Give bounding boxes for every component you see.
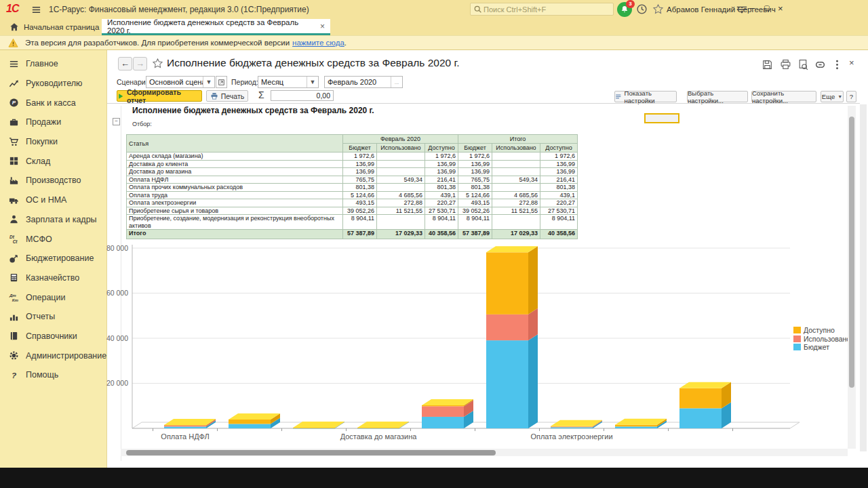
generate-report-button[interactable]: Сформировать отчет	[117, 90, 202, 102]
article-cell[interactable]: Оплата прочих коммунальных расходов	[127, 184, 343, 192]
more-menu-icon[interactable]	[831, 59, 843, 70]
table-cell[interactable]	[377, 184, 425, 192]
table-cell[interactable]: 220,27	[425, 199, 458, 207]
user-name[interactable]: Абрамов Геннадий Сергеевич	[667, 5, 776, 14]
table-cell[interactable]: 801,38	[343, 184, 377, 192]
tab-close-icon[interactable]: ×	[316, 22, 325, 31]
print-button[interactable]: Печать	[206, 90, 248, 102]
table-cell[interactable]: 801,38	[458, 184, 492, 192]
sidebar-item-hr[interactable]: Зарплата и кадры	[0, 210, 106, 230]
article-cell[interactable]: Аренда склада (магазина)	[127, 152, 343, 161]
scenario-combo[interactable]: Основной сценарий ▼	[146, 76, 215, 88]
tab-report[interactable]: Исполнение бюджета денежных средств за Ф…	[102, 19, 330, 35]
table-cell[interactable]: 39 052,26	[343, 207, 377, 215]
table-cell[interactable]: 17 029,33	[377, 230, 425, 239]
table-cell[interactable]	[492, 168, 540, 176]
table-cell[interactable]: 136,99	[343, 160, 377, 168]
table-cell[interactable]: 4 685,56	[492, 191, 540, 199]
sidebar-item-menu[interactable]: Главное	[0, 54, 106, 74]
table-row[interactable]: Оплата электроэнергии493,15272,88220,274…	[127, 199, 578, 207]
scenario-dropdown-icon[interactable]: ▼	[203, 77, 214, 87]
vertical-scrollbar-thumb[interactable]	[849, 117, 854, 388]
total-row[interactable]: Итого 57 387,89 17 029,33 40 358,56 57 3…	[127, 230, 578, 239]
table-cell[interactable]: 8 904,11	[343, 215, 377, 230]
table-row[interactable]: Оплата прочих коммунальных расходов801,3…	[127, 184, 578, 192]
table-cell[interactable]	[492, 215, 540, 230]
table-cell[interactable]: 220,27	[540, 199, 578, 207]
table-cell[interactable]: 549,34	[492, 176, 540, 184]
minimize-button[interactable]: –	[750, 3, 755, 13]
notifications-button[interactable]: 3	[617, 2, 632, 17]
table-row[interactable]: Доставка до магазина136,99136,99136,9913…	[127, 168, 578, 176]
table-row[interactable]: Приобретение, создание, модернизация и р…	[127, 215, 578, 230]
table-cell[interactable]: 40 358,56	[540, 230, 578, 239]
table-cell[interactable]: 136,99	[458, 168, 492, 176]
article-cell[interactable]: Оплата НДФЛ	[127, 176, 343, 184]
table-cell[interactable]: 216,41	[540, 176, 578, 184]
history-icon[interactable]	[636, 3, 648, 15]
sidebar-item-admin[interactable]: Администрирование	[0, 346, 106, 365]
chart-bar[interactable]	[679, 382, 731, 428]
table-row[interactable]: Оплата труда5 124,664 685,56439,15 124,6…	[127, 191, 578, 199]
buy-link[interactable]: нажмите сюда	[292, 39, 344, 47]
table-cell[interactable]: 1 972,6	[540, 152, 578, 161]
chart-bar[interactable]	[422, 399, 473, 428]
table-cell[interactable]: 136,99	[425, 168, 458, 176]
table-cell[interactable]: 40 358,56	[425, 230, 458, 239]
table-cell[interactable]	[377, 160, 425, 168]
form-close-icon[interactable]: ×	[849, 58, 854, 68]
chart-bar[interactable]	[357, 422, 409, 428]
selected-cell[interactable]	[644, 113, 679, 123]
chart-bar[interactable]	[551, 420, 602, 428]
table-cell[interactable]	[492, 184, 540, 192]
month-field[interactable]: Февраль 2020 ...	[324, 76, 403, 88]
subheader[interactable]: Доступно	[540, 144, 578, 152]
table-cell[interactable]: 1 972,6	[343, 152, 377, 161]
scenario-open-button[interactable]	[216, 76, 227, 88]
table-cell[interactable]: 57 387,89	[458, 230, 492, 239]
chart-bar[interactable]	[164, 419, 216, 428]
table-cell[interactable]: 1 972,6	[425, 152, 458, 161]
sidebar-item-sales[interactable]: Продажи	[0, 113, 106, 132]
article-cell[interactable]: Доставка до клиента	[127, 160, 343, 168]
table-cell[interactable]: 1 972,6	[458, 152, 492, 161]
table-cell[interactable]: 4 685,56	[377, 191, 425, 199]
total-label[interactable]: Итого	[127, 230, 343, 239]
table-cell[interactable]: 17 029,33	[492, 230, 540, 239]
table-cell[interactable]: 136,99	[540, 160, 578, 168]
sidebar-item-warehouse[interactable]: Склад	[0, 151, 106, 171]
choose-settings-button[interactable]: Выбрать настройки...	[687, 91, 748, 102]
table-cell[interactable]: 11 521,55	[377, 207, 425, 215]
search-input[interactable]	[482, 5, 600, 14]
maximize-button[interactable]: ▢	[764, 4, 770, 12]
sidebar-item-reports[interactable]: Отчеты	[0, 307, 106, 327]
table-cell[interactable]: 27 530,71	[540, 207, 578, 215]
col-article-header[interactable]: Статья	[127, 135, 343, 152]
table-cell[interactable]: 493,15	[458, 199, 492, 207]
save-settings-button[interactable]: Сохранить настройки...	[751, 91, 816, 102]
sidebar-item-assets[interactable]: ОС и НМА	[0, 190, 106, 210]
help-button[interactable]: ?	[846, 91, 856, 102]
article-cell[interactable]: Оплата электроэнергии	[127, 199, 343, 207]
main-menu-icon[interactable]	[31, 5, 41, 15]
group-february-header[interactable]: Февраль 2020	[343, 135, 458, 144]
chart-bar[interactable]	[293, 422, 344, 428]
table-cell[interactable]: 39 052,26	[458, 207, 492, 215]
table-cell[interactable]: 11 521,55	[492, 207, 540, 215]
forward-button[interactable]: →	[133, 57, 147, 70]
favorites-icon[interactable]	[652, 3, 664, 15]
chart-bar[interactable]	[486, 246, 538, 428]
table-row[interactable]: Аренда склада (магазина)1 972,61 972,61 …	[127, 152, 578, 161]
article-cell[interactable]: Доставка до магазина	[127, 168, 343, 176]
subheader[interactable]: Бюджет	[343, 144, 377, 152]
table-cell[interactable]: 136,99	[425, 160, 458, 168]
chart-bar[interactable]	[615, 419, 667, 428]
table-cell[interactable]: 5 124,66	[458, 191, 492, 199]
sidebar-item-production[interactable]: Производство	[0, 171, 106, 190]
sidebar-item-bank[interactable]: РБанк и касса	[0, 93, 106, 113]
table-cell[interactable]: 8 904,11	[540, 215, 578, 230]
favorite-star-icon[interactable]	[152, 58, 163, 69]
subheader[interactable]: Использовано	[377, 144, 425, 152]
sidebar-item-trend[interactable]: Руководителю	[0, 74, 106, 94]
table-row[interactable]: Доставка до клиента136,99136,99136,99136…	[127, 160, 578, 168]
